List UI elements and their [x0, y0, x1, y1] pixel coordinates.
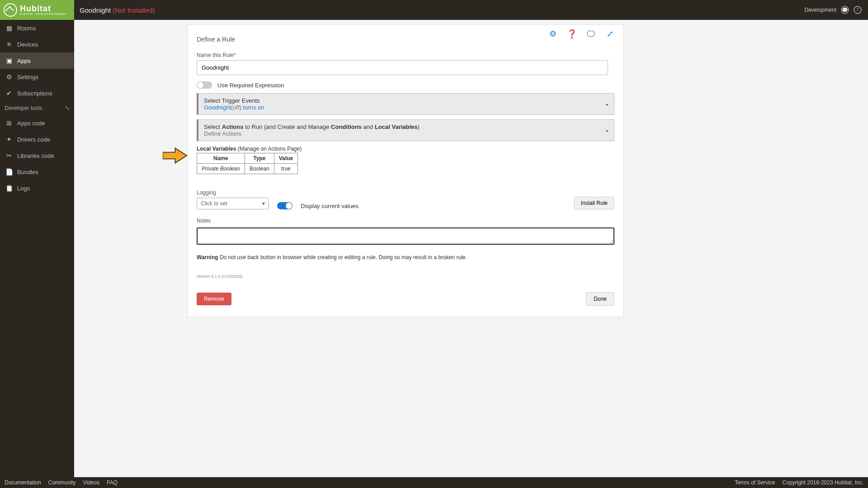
version-text: Version 5.1.4 (1/15/2033): [197, 274, 614, 279]
chevron-down-icon: ▾: [262, 200, 265, 207]
env-label: Development: [804, 7, 836, 13]
required-expression-toggle[interactable]: [197, 81, 212, 89]
subscriptions-icon: ✔: [5, 90, 13, 97]
footer-copyright: Copyright 2018-2023 Hubitat, Inc.: [783, 479, 863, 486]
rule-name-input[interactable]: [197, 60, 608, 75]
page-title: Goodnight (Not Installed): [74, 6, 155, 14]
warning-text: Do not use back button in browser while …: [218, 254, 467, 261]
local-variables-table: Name Type Value Private Boolean Boolean …: [197, 153, 298, 174]
annotation-arrow: [163, 147, 188, 165]
sidebar-item-label: Bundles: [17, 169, 38, 175]
sidebar-item-label: Rooms: [17, 25, 36, 32]
devtools-label: Developer tools: [5, 105, 42, 111]
cell-value: true: [274, 164, 297, 174]
trigger-state: (off): [231, 104, 241, 111]
sidebar-item-libraries-code[interactable]: ✂Libraries code: [0, 147, 74, 164]
display-values-toggle[interactable]: [277, 202, 292, 209]
collapse-icon: ⤡: [65, 105, 70, 111]
sidebar-item-label: Logs: [17, 185, 30, 192]
localvars-title: Local Variables: [197, 146, 236, 152]
footer-terms[interactable]: Terms of Service: [735, 479, 775, 486]
actions-text: to Run (and Create and Manage: [243, 123, 331, 130]
sidebar-item-drivers-code[interactable]: ✦Drivers code: [0, 131, 74, 147]
actions-text: and: [362, 123, 375, 130]
sidebar-item-label: Apps code: [17, 120, 45, 127]
sidebar-item-apps-code[interactable]: ⊞Apps code: [0, 115, 74, 131]
localvars-bold: Local Variables: [375, 123, 418, 130]
expand-icon[interactable]: ⤢: [605, 29, 615, 39]
sidebar-item-label: Devices: [17, 41, 38, 48]
brand-tag: ELEVATE YOUR ENVIRONMENT: [20, 13, 66, 15]
logs-icon: 📋: [5, 185, 13, 192]
sidebar-item-subscriptions[interactable]: ✔Subscriptions: [0, 85, 74, 101]
trigger-events-panel[interactable]: Select Trigger Events Goodnight(off) tur…: [197, 93, 614, 115]
notes-input[interactable]: [197, 227, 614, 245]
svg-marker-0: [163, 148, 187, 163]
footer-community[interactable]: Community: [48, 479, 76, 486]
notes-label: Notes: [197, 218, 614, 224]
localvars-hint: (Manage on Actions Page): [236, 146, 302, 152]
define-actions-sub: Define Actions: [204, 130, 609, 137]
done-button[interactable]: Done: [586, 292, 614, 306]
settings-icon: ⚙: [5, 73, 13, 81]
col-name: Name: [197, 153, 245, 164]
sidebar-item-label: Subscriptions: [17, 90, 52, 97]
question-icon[interactable]: ❓: [567, 29, 577, 39]
actions-text: Select: [204, 123, 222, 130]
actions-panel[interactable]: Select Actions to Run (and Create and Ma…: [197, 119, 614, 141]
devices-icon: ✳: [5, 41, 13, 48]
footer-faq[interactable]: FAQ: [107, 479, 118, 486]
trigger-action: turns on: [243, 104, 264, 111]
trigger-device: Goodnight: [204, 104, 231, 111]
monitor-icon[interactable]: 🖵: [586, 29, 596, 39]
sidebar-item-logs[interactable]: 📋Logs: [0, 180, 74, 196]
logging-select-text: Click to set: [201, 200, 227, 207]
actions-text: ): [418, 123, 420, 130]
logging-label: Logging: [197, 190, 269, 196]
col-value: Value: [274, 153, 297, 164]
sidebar-item-label: Drivers code: [17, 136, 50, 143]
footer-videos[interactable]: Videos: [83, 479, 99, 486]
sidebar-item-label: Libraries code: [17, 152, 54, 159]
actions-bold: Actions: [222, 123, 244, 130]
sidebar-item-rooms[interactable]: ▦Rooms: [0, 20, 74, 36]
remove-button[interactable]: Remove: [197, 293, 231, 305]
conditions-bold: Conditions: [331, 123, 362, 130]
drivers-code-icon: ✦: [5, 136, 13, 143]
chat-icon[interactable]: 💬: [841, 6, 849, 14]
col-type: Type: [245, 153, 274, 164]
apps-code-icon: ⊞: [5, 119, 13, 127]
brand-name: Hubitat: [20, 5, 66, 13]
sidebar-item-label: Settings: [17, 74, 38, 81]
app-name: Goodnight: [80, 6, 111, 14]
sidebar-item-apps[interactable]: ▣Apps: [0, 52, 74, 69]
name-label: Name this Rule*: [197, 52, 614, 58]
brand-logo[interactable]: Hubitat ELEVATE YOUR ENVIRONMENT: [0, 0, 74, 20]
logo-icon: [4, 3, 17, 17]
install-rule-button[interactable]: Install Rule: [574, 197, 614, 209]
sidebar-item-settings[interactable]: ⚙Settings: [0, 69, 74, 85]
warning-bold: Warning: [197, 254, 218, 261]
sidebar-item-devices[interactable]: ✳Devices: [0, 36, 74, 52]
install-status: (Not Installed): [113, 6, 155, 14]
cell-name: Private Boolean: [197, 164, 245, 174]
rooms-icon: ▦: [5, 24, 13, 32]
caret-right-icon: ▸: [606, 102, 609, 107]
caret-right-icon: ▸: [606, 128, 609, 133]
bundles-icon: 📄: [5, 168, 13, 175]
display-values-label: Display current values: [301, 203, 359, 209]
gear-icon[interactable]: ⚙: [548, 29, 558, 39]
apps-icon: ▣: [5, 57, 13, 64]
logging-select[interactable]: Click to set ▾: [197, 198, 269, 209]
footer-documentation[interactable]: Documentation: [5, 479, 41, 486]
trigger-title: Select Trigger Events: [204, 97, 609, 104]
cell-type: Boolean: [245, 164, 274, 174]
required-expression-label: Use Required Expression: [217, 82, 284, 89]
sidebar-item-bundles[interactable]: 📄Bundles: [0, 164, 74, 180]
help-icon[interactable]: ?: [854, 6, 862, 14]
libraries-code-icon: ✂: [5, 152, 13, 159]
developer-tools-header[interactable]: Developer tools⤡: [0, 101, 74, 115]
sidebar-item-label: Apps: [17, 57, 31, 64]
